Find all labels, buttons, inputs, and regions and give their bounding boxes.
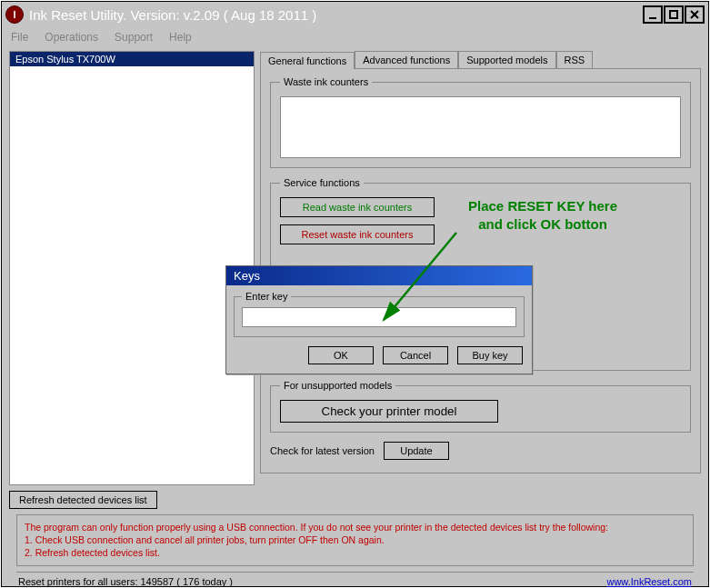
- cancel-button[interactable]: Cancel: [383, 346, 448, 364]
- annotation-line-2: and click OK botton: [438, 215, 647, 234]
- menubar: File Operations Support Help: [2, 27, 708, 51]
- tab-general[interactable]: General functions: [260, 52, 355, 69]
- refresh-devices-button[interactable]: Refresh detected devices list: [9, 491, 157, 509]
- check-version-label: Check for latest version: [270, 445, 375, 456]
- unsupported-group: For unsupported models Check your printe…: [270, 380, 691, 433]
- info-panel: The program can only function properly u…: [16, 514, 694, 566]
- titlebar: I Ink Reset Utility. Version: v.2.09 ( A…: [2, 2, 708, 27]
- key-input[interactable]: [242, 307, 516, 327]
- waste-ink-group: Waste ink counters: [270, 76, 691, 168]
- status-link[interactable]: www.InkReset.com: [606, 576, 692, 587]
- status-bar: Reset printers for all users: 149587 ( 1…: [16, 572, 694, 587]
- buy-key-button[interactable]: Buy key: [457, 346, 523, 364]
- menu-help[interactable]: Help: [169, 31, 192, 44]
- enter-key-group: Enter key: [234, 291, 525, 337]
- keys-dialog: Keys Enter key OK Cancel Buy key: [225, 265, 533, 374]
- minimize-button[interactable]: [643, 5, 663, 24]
- menu-file[interactable]: File: [11, 31, 28, 44]
- waste-ink-legend: Waste ink counters: [280, 76, 372, 87]
- tabs: General functions Advanced functions Sup…: [260, 51, 701, 68]
- tab-advanced[interactable]: Advanced functions: [355, 51, 458, 68]
- close-button[interactable]: [685, 5, 705, 24]
- waste-ink-display: [280, 96, 681, 158]
- menu-operations[interactable]: Operations: [45, 31, 98, 44]
- svg-rect-1: [670, 11, 677, 18]
- update-button[interactable]: Update: [384, 442, 449, 460]
- reset-waste-button[interactable]: Reset waste ink counters: [280, 224, 435, 244]
- status-text: Reset printers for all users: 149587 ( 1…: [18, 576, 233, 587]
- ok-button[interactable]: OK: [308, 346, 374, 364]
- info-line-1: The program can only function properly u…: [25, 521, 685, 533]
- unsupported-legend: For unsupported models: [280, 380, 395, 391]
- devices-list[interactable]: Epson Stylus TX700W: [9, 51, 255, 485]
- tab-supported[interactable]: Supported models: [458, 51, 555, 68]
- devices-selected-item[interactable]: Epson Stylus TX700W: [10, 52, 254, 66]
- check-version-row: Check for latest version Update: [270, 442, 691, 460]
- window-controls: [643, 5, 705, 24]
- annotation-text: Place RESET KEY here and click OK botton: [438, 197, 647, 233]
- app-icon: I: [5, 5, 24, 24]
- check-printer-model-button[interactable]: Check your printer model: [280, 400, 498, 423]
- app-icon-letter: I: [13, 9, 15, 20]
- maximize-button[interactable]: [664, 5, 684, 24]
- read-waste-button[interactable]: Read waste ink counters: [280, 197, 435, 217]
- info-line-3: 2. Refresh detected devices list.: [25, 546, 685, 559]
- main-window: I Ink Reset Utility. Version: v.2.09 ( A…: [1, 1, 709, 587]
- tab-rss[interactable]: RSS: [556, 51, 594, 68]
- window-title: Ink Reset Utility. Version: v.2.09 ( Aug…: [29, 7, 643, 23]
- info-line-2: 1. Check USB connection and cancel all p…: [25, 533, 685, 546]
- service-functions-legend: Service functions: [280, 177, 364, 188]
- annotation-line-1: Place RESET KEY here: [438, 197, 647, 215]
- enter-key-legend: Enter key: [242, 291, 291, 302]
- keys-dialog-title: Keys: [226, 266, 532, 285]
- menu-support[interactable]: Support: [115, 31, 153, 44]
